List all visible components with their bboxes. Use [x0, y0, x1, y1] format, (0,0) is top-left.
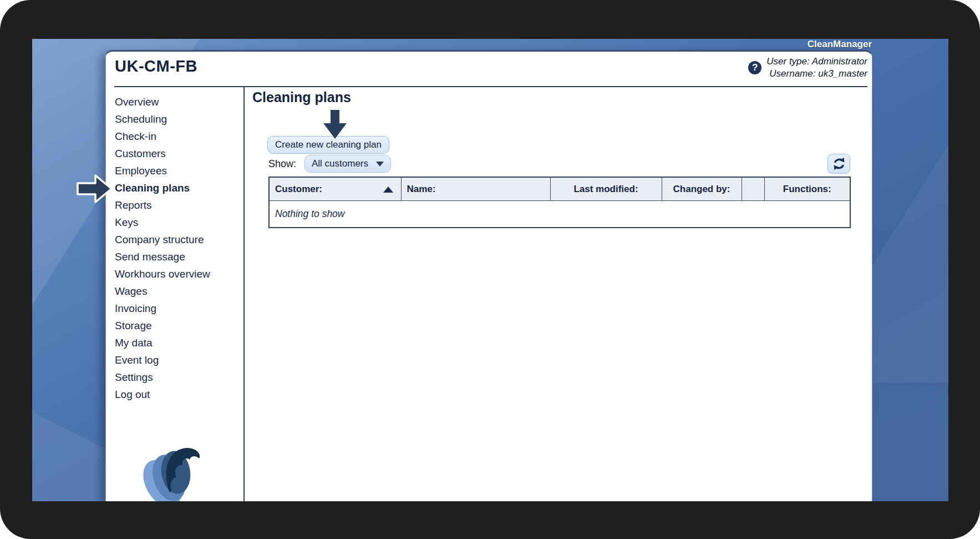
sidebar-item-check-in[interactable]: Check-in — [106, 128, 243, 145]
column-header-last-modified[interactable]: Last modified: — [550, 177, 662, 201]
main-content: Cleaning plans Create new cleaning plan … — [246, 87, 872, 501]
username-label: Username: uk3_master — [766, 68, 867, 80]
page-title: Cleaning plans — [252, 89, 351, 105]
sidebar-item-workhours-overview[interactable]: Workhours overview — [106, 265, 243, 283]
help-icon[interactable]: ? — [748, 61, 761, 74]
sort-ascending-icon — [383, 187, 393, 193]
user-type-label: User type: Administrator — [766, 56, 867, 68]
app-window: UK-CM-FB ? User type: Administrator User… — [105, 50, 872, 501]
sidebar-item-settings[interactable]: Settings — [106, 369, 243, 386]
sidebar-item-overview[interactable]: Overview — [106, 93, 243, 110]
column-header-spacer — [742, 177, 764, 201]
sidebar-item-keys[interactable]: Keys — [106, 214, 243, 231]
sidebar-item-company-structure[interactable]: Company structure — [106, 231, 243, 248]
brand-title: CleanManager — [808, 39, 872, 50]
column-header-changed-by[interactable]: Changed by: — [662, 177, 742, 201]
customer-filter-dropdown[interactable]: All customers — [304, 155, 391, 173]
refresh-icon — [832, 157, 846, 171]
sidebar-item-customers[interactable]: Customers — [106, 145, 243, 162]
cleaning-plans-table: Customer: Name: Last modified: Changed b… — [268, 177, 851, 228]
sidebar-item-cleaning-plans[interactable]: Cleaning plans — [106, 179, 243, 197]
column-header-customer[interactable]: Customer: — [269, 177, 401, 201]
desktop-background: CleanManager UK-CM-FB ? User type: Admin… — [32, 39, 948, 501]
empty-message: Nothing to show — [269, 201, 850, 228]
sidebar-item-employees[interactable]: Employees — [106, 162, 243, 179]
sidebar-item-event-log[interactable]: Event log — [106, 351, 243, 369]
annotation-arrow-right-icon — [77, 174, 113, 204]
monitor-frame: CleanManager UK-CM-FB ? User type: Admin… — [0, 0, 980, 539]
dropdown-arrow-icon — [376, 162, 384, 167]
sidebar-item-log-out[interactable]: Log out — [106, 386, 243, 403]
user-info: User type: Administrator Username: uk3_m… — [766, 56, 867, 80]
table-header-row: Customer: Name: Last modified: Changed b… — [269, 177, 850, 201]
sidebar-item-invoicing[interactable]: Invoicing — [106, 300, 243, 317]
cleanmanager-logo — [134, 439, 222, 501]
sidebar-item-wages[interactable]: Wages — [106, 283, 243, 300]
customer-filter-value: All customers — [312, 158, 368, 169]
sidebar-item-send-message[interactable]: Send message — [106, 248, 243, 265]
refresh-button[interactable] — [827, 154, 850, 174]
sidebar-item-scheduling[interactable]: Scheduling — [106, 110, 243, 128]
column-header-functions[interactable]: Functions: — [764, 177, 850, 201]
sidebar-item-my-data[interactable]: My data — [106, 334, 243, 351]
sidebar-item-storage[interactable]: Storage — [106, 317, 243, 334]
show-filter-label: Show: — [268, 155, 296, 173]
sidebar-item-reports[interactable]: Reports — [106, 197, 243, 214]
table-empty-row: Nothing to show — [269, 201, 850, 228]
column-header-name[interactable]: Name: — [401, 177, 550, 201]
window-title: UK-CM-FB — [115, 57, 197, 75]
annotation-arrow-down-icon — [323, 110, 347, 139]
